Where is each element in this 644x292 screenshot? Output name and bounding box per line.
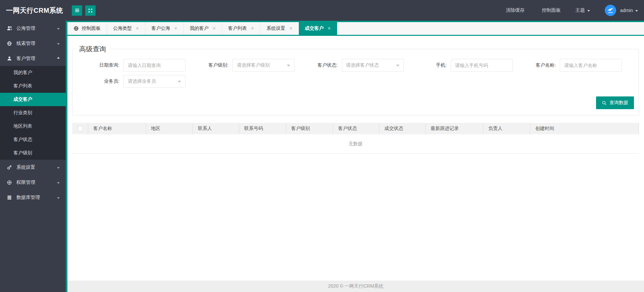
customer-level-select[interactable]: 请选择客户级别 [232,59,294,72]
field-customer-level: 客户级别:请选择客户级别 [192,59,294,72]
sidebar-item-permission-management[interactable]: 权限管理 [0,175,66,190]
customer-name-input[interactable] [560,59,622,72]
app-title: 一网天行CRM系统 [0,6,66,15]
settings-icon [7,164,13,170]
query-form-row-2: 业务员:请选择业务员 [72,75,639,88]
sidebar-subitem-label: 客户状态 [13,137,32,143]
mobile-input[interactable] [451,59,513,72]
sidebar-subitem-region-list[interactable]: 地区列表 [0,120,66,133]
tab-deal-customers[interactable]: 成交客户× [299,22,337,35]
date-query-input[interactable] [123,59,185,72]
theme-dropdown[interactable]: 主题 [576,7,590,13]
sidebar-item-leads-management[interactable]: 线索管理 [0,36,66,51]
select-all-cell [72,123,88,134]
table-header-cell: 成交状态 [379,123,426,134]
sidebar: 公海管理线索管理客户管理我的客户客户列表成交客户行业类别地区列表客户状态客户级别… [0,21,66,292]
tab-label: 客户列表 [228,25,247,31]
tab-close-icon[interactable]: × [136,26,139,31]
sidebar-subitem-deal-customers[interactable]: 成交客户 [0,93,66,106]
tab-my-customers[interactable]: 我的客户× [184,22,222,35]
query-data-button[interactable]: 查询数据 [596,96,634,109]
tab-close-icon[interactable]: × [213,26,216,31]
chevron-down-icon [57,43,60,45]
table-header-cell: 联系号码 [239,123,286,134]
sidebar-subitem-industry-category[interactable]: 行业类别 [0,106,66,120]
customer-status-select[interactable]: 请选择客户状态 [342,59,404,72]
sidebar-item-database-management[interactable]: 数据库管理 [0,190,66,205]
table-header-label: 最新跟进记录 [431,126,459,132]
sidebar-subitem-label: 客户列表 [13,83,32,89]
field-salesman: 业务员:请选择业务员 [83,75,185,88]
query-form-row-1: 日期查询:客户级别:请选择客户级别客户状态:请选择客户状态手机:客户名称: [72,59,639,72]
table-header-label: 客户状态 [338,126,357,132]
field-label: 手机: [410,62,447,68]
sidebar-item-label: 线索管理 [16,41,35,47]
sidebar-item-label: 客户管理 [16,56,35,62]
table-header-row: 客户名称地区联系人联系号码客户级别客户状态成交状态最新跟进记录负责人创建时间 [72,123,639,134]
hamburger-icon [74,8,80,13]
chevron-down-icon [57,182,60,184]
tab-label: 控制面板 [82,25,101,31]
sidebar-item-label: 权限管理 [16,179,35,186]
table-header-label: 地区 [151,126,160,132]
sidebar-subitem-label: 成交客户 [13,96,32,102]
sidebar-submenu: 我的客户客户列表成交客户行业类别地区列表客户状态客户级别 [0,66,66,160]
table-header-cell: 负责人 [483,123,530,134]
sidebar-item-pool-management[interactable]: 公海管理 [0,21,66,36]
control-panel-link[interactable]: 控制面板 [542,7,561,13]
tab-pool-type[interactable]: 公海类型× [107,22,145,35]
query-legend: 高级查询 [76,45,109,54]
chevron-down-icon [396,65,399,67]
table-header-label: 创建时间 [535,126,554,132]
chevron-up-icon [57,57,60,59]
chevron-down-icon [635,10,638,12]
sidebar-subitem-customer-status[interactable]: 客户状态 [0,133,66,146]
select-all-checkbox[interactable] [77,126,83,131]
user-dropdown[interactable]: admin [620,8,638,13]
table-header-label: 客户名称 [93,126,112,132]
avatar[interactable] [605,5,616,16]
chevron-down-icon [57,28,60,30]
tab-control-panel[interactable]: 控制面板 [67,22,107,35]
clear-cache-button[interactable]: 清除缓存 [506,7,525,13]
table-header-cell: 客户状态 [333,123,379,134]
field-label: 客户级别: [192,62,228,68]
fullscreen-icon [88,8,93,13]
sidebar-subitem-customer-list[interactable]: 客户列表 [0,79,66,93]
table-header-cell: 地区 [146,123,193,134]
tab-close-icon[interactable]: × [174,26,177,31]
sidebar-subitem-label: 行业类别 [13,110,32,116]
sidebar-subitem-label: 客户级别 [13,150,32,156]
select-placeholder: 请选择客户级别 [237,62,270,68]
tab-label: 公海类型 [113,25,132,31]
app-shell: 公海管理线索管理客户管理我的客户客户列表成交客户行业类别地区列表客户状态客户级别… [0,21,644,292]
table-header-cell: 最新跟进记录 [426,123,483,134]
tab-close-icon[interactable]: × [289,26,292,31]
tab-close-icon[interactable]: × [328,26,331,31]
tab-customer-list[interactable]: 客户列表× [222,22,260,35]
sidebar-item-customer-management[interactable]: 客户管理 [0,51,66,66]
chevron-down-icon [587,10,590,12]
field-customer-name: 客户名称: [519,59,622,72]
collapse-menu-button[interactable] [72,5,82,16]
tab-label: 我的客户 [190,25,209,31]
globe-icon [73,26,79,31]
tab-system-settings[interactable]: 系统设置× [260,22,299,35]
salesman-select[interactable]: 请选择业务员 [123,75,185,88]
tab-customer-pool[interactable]: 客户公海× [145,22,183,35]
globe-icon [7,41,13,47]
page-content: 高级查询 日期查询:客户级别:请选择客户级别客户状态:请选择客户状态手机:客户名… [67,36,644,281]
sidebar-subitem-my-customers[interactable]: 我的客户 [0,66,66,79]
fullscreen-button[interactable] [85,5,96,16]
table-header-label: 成交状态 [384,126,403,132]
field-date-query: 日期查询: [83,59,185,72]
username-label: admin [620,8,633,13]
users-icon [7,25,13,31]
table-header-label: 联系人 [198,126,212,132]
select-placeholder: 请选择业务员 [128,78,156,84]
sidebar-subitem-customer-level[interactable]: 客户级别 [0,146,66,160]
sidebar-item-system-settings[interactable]: 系统设置 [0,160,66,175]
table-header-label: 客户级别 [291,126,310,132]
tab-close-icon[interactable]: × [251,26,254,31]
user-icon [7,56,13,62]
